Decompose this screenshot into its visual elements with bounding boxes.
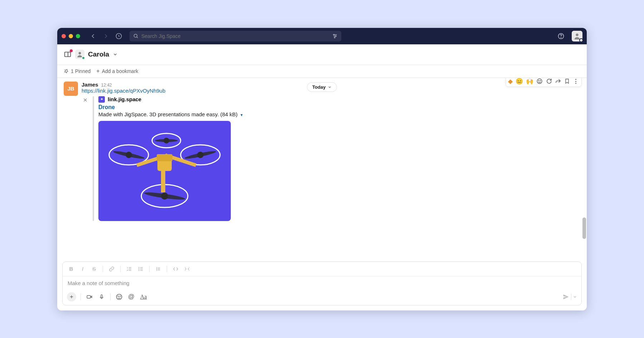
date-divider[interactable]: Today: [307, 82, 337, 92]
format-toggle-button[interactable]: Aa: [139, 293, 148, 301]
presence-indicator: [579, 38, 583, 42]
svg-rect-34: [101, 295, 102, 298]
svg-point-27: [184, 150, 216, 160]
composer-input[interactable]: [68, 280, 576, 286]
search-icon: [133, 33, 138, 39]
svg-point-4: [334, 37, 335, 38]
channel-header: Carola: [57, 44, 587, 65]
maximize-window-button[interactable]: [76, 34, 80, 38]
svg-point-11: [538, 80, 539, 81]
blockquote-button[interactable]: [154, 265, 162, 273]
drone-image: [104, 126, 225, 216]
notification-dot: [70, 49, 73, 52]
send-options-button[interactable]: [573, 295, 577, 299]
add-bookmark-button[interactable]: + Add a bookmark: [96, 68, 138, 74]
send-button[interactable]: [562, 293, 570, 300]
code-button[interactable]: [171, 265, 180, 273]
channel-avatar: [75, 50, 84, 59]
svg-point-1: [134, 34, 137, 38]
close-window-button[interactable]: [62, 34, 66, 38]
svg-point-37: [120, 296, 121, 297]
more-actions-icon[interactable]: ⋮: [573, 78, 579, 85]
add-reaction-icon[interactable]: [536, 78, 543, 84]
svg-point-12: [540, 80, 541, 81]
svg-point-29: [155, 139, 178, 142]
message-link[interactable]: https://link.jig.space/qPXvOyNh9ub: [82, 88, 165, 94]
reaction-heart-icon[interactable]: ◆: [508, 78, 513, 85]
unfurl-bar: [93, 96, 94, 221]
sender-name[interactable]: James: [82, 82, 98, 88]
mention-button[interactable]: @: [127, 293, 136, 301]
message-composer: B I S: [62, 261, 582, 305]
history-forward-button[interactable]: [101, 31, 111, 41]
site-favicon: ✦: [98, 96, 105, 103]
add-bookmark-label: Add a bookmark: [102, 68, 138, 74]
strike-button[interactable]: S: [90, 265, 98, 273]
format-toolbar: B I S: [63, 262, 581, 276]
thread-icon[interactable]: [546, 78, 552, 84]
svg-rect-19: [161, 167, 165, 192]
svg-point-7: [576, 33, 578, 36]
svg-point-6: [561, 37, 561, 38]
slack-window: Carola 1 Pinned + Add a bookmark ◆ 😑 🙌: [57, 28, 587, 310]
codeblock-button[interactable]: [183, 265, 191, 273]
chevron-down-icon[interactable]: [113, 52, 118, 57]
bullet-list-button[interactable]: [136, 265, 145, 273]
bold-button[interactable]: B: [67, 265, 75, 273]
emoji-button[interactable]: [115, 293, 123, 301]
history-back-button[interactable]: [88, 31, 98, 41]
search-filter-icon[interactable]: [332, 33, 338, 39]
date-divider-label: Today: [312, 84, 326, 90]
presence-online-icon: [82, 56, 85, 60]
sender-avatar[interactable]: JB: [64, 82, 78, 96]
titlebar: [57, 28, 587, 44]
svg-point-36: [118, 296, 119, 297]
expand-arrow-icon[interactable]: ▼: [240, 113, 243, 117]
history-recent-button[interactable]: [114, 31, 124, 41]
unfurl-image[interactable]: [98, 121, 231, 221]
minimize-window-button[interactable]: [69, 34, 73, 38]
share-icon[interactable]: [555, 78, 561, 84]
svg-point-3: [335, 35, 336, 36]
composer-actions: + @ Aa: [63, 290, 581, 305]
message-actions-toolbar: ◆ 😑 🙌 ⋮: [506, 78, 582, 87]
ordered-list-button[interactable]: [125, 265, 133, 273]
svg-point-35: [117, 294, 122, 299]
chevron-down-icon: [328, 85, 332, 89]
unfurl-title[interactable]: Drone: [98, 104, 243, 111]
svg-point-30: [139, 267, 139, 268]
unfurl-description: Made with JigSpace. 3D presentations mad…: [98, 111, 238, 117]
link-unfurl: ✕ ✦ link.jig.space Drone Made with JigSp…: [82, 96, 580, 221]
pin-icon: [64, 69, 69, 74]
scrollbar-thumb[interactable]: [582, 217, 586, 239]
italic-button[interactable]: I: [78, 265, 87, 273]
message: JB James 12:42 https://link.jig.space/qP…: [64, 82, 580, 221]
toggle-sidebar-button[interactable]: [64, 50, 72, 58]
svg-point-2: [333, 34, 335, 35]
video-button[interactable]: [85, 293, 94, 301]
search-bar[interactable]: [130, 31, 341, 41]
channel-name[interactable]: Carola: [88, 50, 109, 58]
window-controls: [62, 34, 80, 38]
site-name: link.jig.space: [108, 96, 141, 102]
plus-icon: +: [96, 68, 99, 74]
svg-point-9: [79, 52, 81, 54]
help-button[interactable]: [556, 31, 566, 41]
pinned-count-label: 1 Pinned: [71, 68, 91, 74]
audio-button[interactable]: [97, 293, 106, 301]
svg-point-32: [139, 270, 139, 270]
reaction-hands-icon[interactable]: 🙌: [526, 78, 533, 85]
svg-point-10: [537, 79, 542, 84]
remove-preview-button[interactable]: ✕: [82, 96, 89, 221]
attach-button[interactable]: +: [67, 292, 76, 302]
svg-rect-21: [157, 154, 172, 161]
pinned-button[interactable]: 1 Pinned: [64, 68, 91, 74]
bookmark-icon[interactable]: [564, 78, 570, 84]
link-button[interactable]: [107, 265, 116, 273]
bookmarks-bar: 1 Pinned + Add a bookmark: [57, 65, 587, 78]
reaction-face-icon[interactable]: 😑: [516, 78, 523, 85]
svg-point-26: [113, 150, 145, 160]
svg-point-31: [139, 269, 139, 269]
search-input[interactable]: [141, 33, 329, 39]
user-avatar[interactable]: [572, 31, 582, 41]
